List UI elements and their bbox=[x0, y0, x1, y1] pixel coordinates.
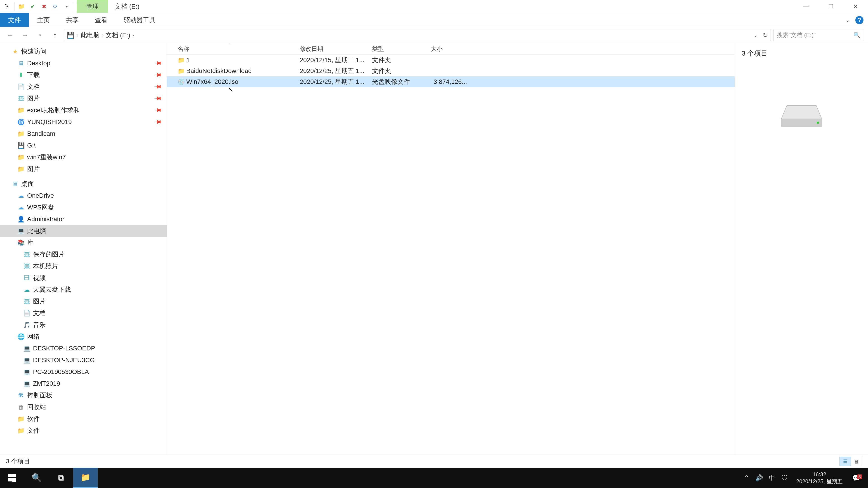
start-button[interactable] bbox=[0, 468, 24, 488]
tree-item[interactable]: 📁Bandicam bbox=[0, 128, 166, 140]
tree-desktop[interactable]: 🖥 桌面 bbox=[0, 178, 166, 190]
expand-ribbon-icon[interactable]: ⌄ bbox=[845, 17, 850, 23]
action-center-button[interactable]: 💬3 bbox=[848, 474, 864, 482]
tree-item[interactable]: 👤Administrator bbox=[0, 213, 166, 225]
tree-item[interactable]: 🗑回收站 bbox=[0, 401, 166, 413]
search-button[interactable]: 🔍 bbox=[24, 468, 49, 488]
breadcrumb-current[interactable]: 文档 (E:) bbox=[105, 31, 130, 39]
tree-item[interactable]: 📄文档 bbox=[0, 307, 166, 319]
chevron-right-icon[interactable]: › bbox=[102, 33, 103, 38]
navigation-bar: ← → ▾ ↑ 💾 › 此电脑 › 文档 (E:) › ⌄ ↻ 搜索"文档 (E… bbox=[0, 27, 868, 43]
recent-locations-dropdown[interactable]: ▾ bbox=[34, 29, 46, 41]
taskbar[interactable]: 🔍 ⧉ 📁 ⌃ 🔊 中 🛡 16:32 2020/12/25, 星期五 💬3 bbox=[0, 468, 868, 488]
clock-time: 16:32 bbox=[813, 471, 826, 478]
minimize-button[interactable]: — bbox=[794, 0, 818, 13]
security-icon[interactable]: 🛡 bbox=[778, 474, 791, 482]
column-size[interactable]: 大小 bbox=[431, 45, 469, 53]
taskbar-clock[interactable]: 16:32 2020/12/25, 星期五 bbox=[791, 471, 848, 485]
address-bar[interactable]: 💾 › 此电脑 › 文档 (E:) › ⌄ ↻ bbox=[64, 30, 771, 41]
tree-item[interactable]: 🌀YUNQISHI2019📌 bbox=[0, 116, 166, 128]
close-button[interactable]: ✕ bbox=[843, 0, 868, 13]
volume-icon[interactable]: 🔊 bbox=[753, 474, 766, 482]
up-button[interactable]: ↑ bbox=[49, 29, 61, 41]
tree-item[interactable]: 📁图片 bbox=[0, 163, 166, 175]
qat-new-folder-icon[interactable]: 📁 bbox=[16, 0, 27, 13]
tree-item[interactable]: 🛠控制面板 bbox=[0, 390, 166, 401]
tree-item[interactable]: 📄文档📌 bbox=[0, 81, 166, 93]
back-button[interactable]: ← bbox=[4, 29, 16, 41]
view-large-icons-button[interactable]: ▦ bbox=[851, 457, 862, 466]
forward-button[interactable]: → bbox=[19, 29, 31, 41]
help-button[interactable]: ? bbox=[855, 16, 864, 24]
tree-item-icon: 💾 bbox=[18, 142, 24, 149]
qat-undo-icon[interactable]: ⟳ bbox=[50, 0, 61, 13]
clock-date: 2020/12/25, 星期五 bbox=[796, 478, 843, 485]
qat-delete-icon[interactable]: ✖ bbox=[38, 0, 50, 13]
tree-item-icon: 📚 bbox=[18, 239, 24, 246]
breadcrumb-this-pc[interactable]: 此电脑 bbox=[81, 31, 100, 39]
tree-network[interactable]: 🌐 网络 bbox=[0, 331, 166, 343]
view-details-button[interactable]: ☰ bbox=[839, 457, 851, 466]
tree-item-icon: 🖼 bbox=[24, 298, 30, 305]
tree-item[interactable]: 📁文件 bbox=[0, 425, 166, 436]
column-date[interactable]: 修改日期 bbox=[300, 45, 372, 53]
search-icon[interactable]: 🔍 bbox=[853, 32, 861, 39]
svg-rect-1 bbox=[781, 119, 822, 126]
tree-item[interactable]: ☁天翼云盘下载 bbox=[0, 284, 166, 295]
tree-item[interactable]: 🎞视频 bbox=[0, 272, 166, 284]
contextual-tab-manage[interactable]: 管理 bbox=[77, 0, 108, 13]
qat-properties-icon[interactable]: ✔ bbox=[27, 0, 38, 13]
tree-item[interactable]: 📚库 bbox=[0, 237, 166, 249]
chevron-right-icon[interactable]: › bbox=[77, 33, 79, 38]
qat-customize-dropdown-icon[interactable]: ▾ bbox=[61, 0, 72, 13]
tree-item[interactable]: 📁win7重装win7 bbox=[0, 151, 166, 163]
tree-item[interactable]: 🎵音乐 bbox=[0, 319, 166, 331]
tree-item[interactable]: 🖼本机照片 bbox=[0, 260, 166, 272]
tree-item[interactable]: 🖼图片 bbox=[0, 295, 166, 307]
chevron-right-icon[interactable]: › bbox=[132, 33, 134, 38]
column-name[interactable]: 名称 bbox=[178, 45, 300, 53]
refresh-icon[interactable]: ↻ bbox=[763, 31, 768, 39]
tree-item[interactable]: 💾G:\ bbox=[0, 140, 166, 151]
svg-rect-3 bbox=[8, 474, 12, 477]
tree-item[interactable]: 🖼图片📌 bbox=[0, 93, 166, 104]
tree-item[interactable]: 💻ZMT2019 bbox=[0, 378, 166, 390]
file-explorer-taskbar-button[interactable]: 📁 bbox=[73, 468, 98, 488]
file-row[interactable]: 📁BaiduNetdiskDownload2020/12/25, 星期五 1..… bbox=[167, 66, 735, 76]
tree-item[interactable]: 📁excel表格制作求和📌 bbox=[0, 104, 166, 116]
tab-view[interactable]: 查看 bbox=[87, 13, 116, 27]
tree-item[interactable]: 📁软件 bbox=[0, 413, 166, 425]
file-row[interactable]: 💿Win7x64_2020.iso2020/12/25, 星期五 1...光盘映… bbox=[167, 76, 735, 87]
tab-drive-tools[interactable]: 驱动器工具 bbox=[116, 13, 164, 27]
tab-share[interactable]: 共享 bbox=[58, 13, 87, 27]
tree-item[interactable]: 🖥Desktop📌 bbox=[0, 57, 166, 69]
tree-item[interactable]: ☁OneDrive bbox=[0, 190, 166, 201]
tree-item[interactable]: ☁WPS网盘 bbox=[0, 201, 166, 213]
column-headers[interactable]: ˆ 名称 修改日期 类型 大小 bbox=[167, 43, 735, 55]
tree-item[interactable]: 💻PC-20190530OBLA bbox=[0, 366, 166, 378]
file-row[interactable]: 📁12020/12/15, 星期二 1...文件夹 bbox=[167, 55, 735, 66]
column-type[interactable]: 类型 bbox=[372, 45, 431, 53]
ime-indicator[interactable]: 中 bbox=[766, 474, 778, 482]
qat-app-icon[interactable]: 🖱 bbox=[1, 0, 13, 13]
search-input[interactable]: 搜索"文档 (E:)" 🔍 bbox=[774, 30, 864, 41]
network-icon: 🌐 bbox=[18, 333, 24, 340]
tree-quick-access[interactable]: ★ 快速访问 bbox=[0, 46, 166, 57]
tree-item[interactable]: 🖼保存的图片 bbox=[0, 249, 166, 260]
address-history-dropdown-icon[interactable]: ⌄ bbox=[754, 33, 758, 38]
tab-file[interactable]: 文件 bbox=[0, 13, 29, 27]
tree-item[interactable]: 💻DESKTOP-LSSOEDP bbox=[0, 343, 166, 354]
tree-item[interactable]: 💻DESKTOP-NJEU3CG bbox=[0, 354, 166, 366]
tree-item[interactable]: 💻此电脑 bbox=[0, 225, 166, 237]
maximize-button[interactable]: ☐ bbox=[818, 0, 843, 13]
window-controls: — ☐ ✕ bbox=[794, 0, 868, 13]
file-icon: 📁 bbox=[178, 68, 186, 74]
tab-home[interactable]: 主页 bbox=[29, 13, 58, 27]
navigation-tree[interactable]: ★ 快速访问 🖥Desktop📌⬇下载📌📄文档📌🖼图片📌📁excel表格制作求和… bbox=[0, 43, 167, 455]
tree-label: 回收站 bbox=[27, 403, 46, 412]
tray-overflow-icon[interactable]: ⌃ bbox=[740, 474, 753, 482]
tree-label: 天翼云盘下载 bbox=[33, 285, 71, 294]
task-view-button[interactable]: ⧉ bbox=[49, 468, 73, 488]
tree-label: WPS网盘 bbox=[27, 203, 54, 212]
tree-item[interactable]: ⬇下载📌 bbox=[0, 69, 166, 81]
